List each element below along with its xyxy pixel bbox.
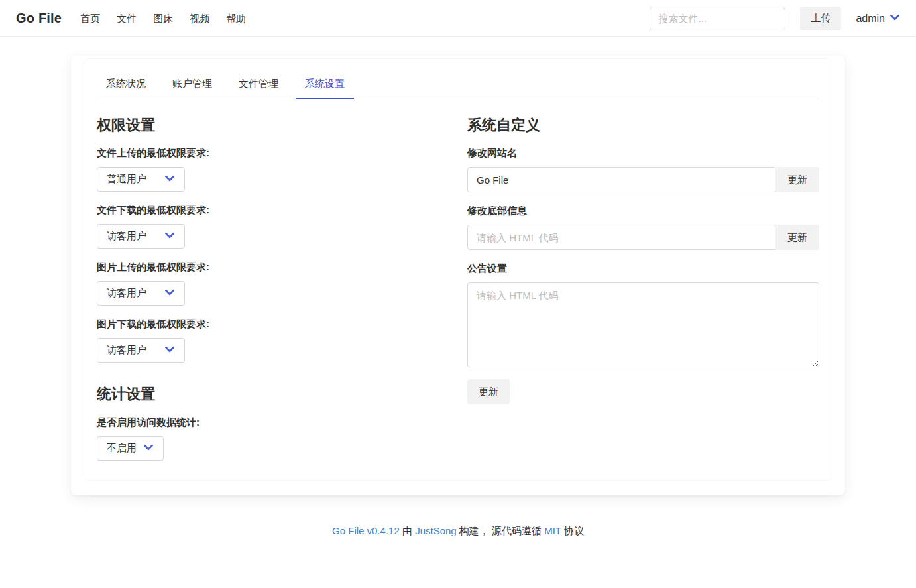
app-logo[interactable]: Go File [16, 11, 62, 26]
analytics-enabled-select[interactable]: 不启用 [97, 436, 164, 461]
site-name-group: 更新 [467, 167, 819, 192]
menu-item-help[interactable]: 帮助 [226, 0, 246, 37]
menu-item-files[interactable]: 文件 [117, 0, 137, 37]
tab-bar: 系统状况 账户管理 文件管理 系统设置 [97, 76, 819, 99]
stats-section-title: 统计设置 [97, 385, 449, 404]
file-upload-permission-select[interactable]: 普通用户 [97, 167, 185, 192]
settings-content: 权限设置 文件上传的最低权限要求: 普通用户 文件下载的最低权限要求: 访客用户… [97, 99, 819, 461]
user-name: admin [856, 13, 885, 25]
notice-textarea[interactable] [467, 282, 819, 367]
permission-section-title: 权限设置 [97, 116, 449, 135]
search-input[interactable] [650, 7, 785, 30]
menu-item-video[interactable]: 视频 [190, 0, 209, 37]
license-link[interactable]: MIT [544, 525, 561, 536]
footer-text: 由 [400, 525, 415, 536]
navbar: Go File 首页 文件 图床 视频 帮助 上传 admin [0, 0, 916, 37]
chevron-down-icon [164, 287, 175, 300]
left-column: 权限设置 文件上传的最低权限要求: 普通用户 文件下载的最低权限要求: 访客用户… [97, 99, 449, 461]
file-download-permission-select[interactable]: 访客用户 [97, 224, 185, 249]
select-value: 普通用户 [107, 173, 146, 186]
chevron-down-icon [164, 230, 175, 243]
upload-button[interactable]: 上传 [800, 7, 841, 30]
file-download-permission-label: 文件下载的最低权限要求: [97, 204, 449, 216]
version-link[interactable]: Go File v0.4.12 [332, 525, 400, 536]
footer-text: 协议 [561, 525, 584, 536]
notice-update-button[interactable]: 更新 [467, 379, 510, 404]
custom-section-title: 系统自定义 [467, 116, 819, 135]
select-value: 不启用 [107, 442, 137, 455]
footer-info-group: 更新 [467, 225, 819, 250]
footer-info-label: 修改底部信息 [467, 204, 819, 217]
menu-item-home[interactable]: 首页 [80, 0, 100, 37]
image-download-permission-label: 图片下载的最低权限要求: [97, 318, 449, 330]
admin-panel-card: 系统状况 账户管理 文件管理 系统设置 权限设置 文件上传的最低权限要求: 普通… [71, 56, 845, 495]
author-link[interactable]: JustSong [415, 525, 457, 536]
analytics-enabled-label: 是否启用访问数据统计: [97, 416, 449, 428]
chevron-down-icon [164, 344, 175, 357]
select-value: 访客用户 [107, 287, 146, 300]
notice-label: 公告设置 [467, 262, 819, 274]
select-value: 访客用户 [107, 230, 146, 243]
file-upload-permission-label: 文件上传的最低权限要求: [97, 147, 449, 159]
site-name-update-button[interactable]: 更新 [775, 167, 819, 192]
footer-text: 构建， 源代码遵循 [457, 525, 545, 536]
tab-file-management[interactable]: 文件管理 [229, 76, 288, 99]
right-column: 系统自定义 修改网站名 更新 修改底部信息 更新 公告设置 更新 [467, 99, 819, 461]
page-footer: Go File v0.4.12 由 JustSong 构建， 源代码遵循 MIT… [0, 525, 916, 538]
site-name-input[interactable] [467, 167, 775, 192]
tab-system-settings[interactable]: 系统设置 [296, 76, 354, 99]
image-download-permission-select[interactable]: 访客用户 [97, 338, 185, 363]
select-value: 访客用户 [107, 344, 146, 357]
tab-account-management[interactable]: 账户管理 [163, 76, 221, 99]
footer-info-update-button[interactable]: 更新 [775, 225, 819, 250]
chevron-down-icon [143, 442, 154, 455]
footer-info-input[interactable] [467, 225, 775, 250]
image-upload-permission-select[interactable]: 访客用户 [97, 281, 185, 306]
navbar-right: 上传 admin [650, 7, 900, 30]
site-name-label: 修改网站名 [467, 147, 819, 159]
menu-item-image-host[interactable]: 图床 [153, 0, 173, 37]
user-menu[interactable]: admin [856, 12, 900, 25]
chevron-down-icon [164, 173, 175, 186]
image-upload-permission-label: 图片上传的最低权限要求: [97, 261, 449, 273]
main-menu: 首页 文件 图床 视频 帮助 [80, 0, 246, 37]
chevron-down-icon [889, 12, 900, 25]
tab-system-status[interactable]: 系统状况 [97, 76, 155, 99]
